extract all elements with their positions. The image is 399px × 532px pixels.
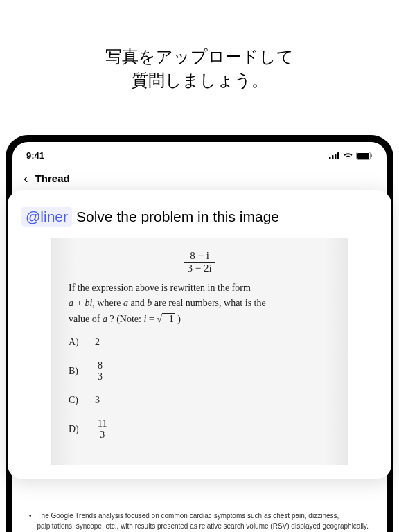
problem-statement: If the expression above is rewritten in … [69, 281, 330, 327]
choice-c: C) 3 [69, 392, 330, 409]
math-formula: 8 − i 3 − 2i [69, 250, 330, 274]
mention-tag[interactable]: @liner [21, 207, 72, 227]
svg-rect-2 [335, 154, 337, 159]
status-indicators [329, 152, 373, 160]
svg-rect-6 [371, 154, 373, 157]
choice-a: A) 2 [69, 334, 330, 351]
answer-choices: A) 2 B) 8 3 C) 3 D) 11 3 [69, 334, 330, 440]
uploaded-image[interactable]: 8 − i 3 − 2i If the expression above is … [51, 238, 348, 465]
battery-icon [356, 152, 373, 160]
nav-title: Thread [35, 172, 70, 184]
svg-rect-0 [329, 157, 331, 159]
bullet-icon: • [29, 511, 32, 531]
choice-d: D) 11 3 [69, 418, 330, 441]
numerator: 8 − i [184, 250, 214, 263]
status-time: 9:41 [26, 150, 44, 161]
back-chevron-icon[interactable]: ‹ [24, 170, 28, 186]
svg-rect-1 [332, 155, 334, 159]
marketing-headline: 写真をアップロードして 質問しましょう。 [0, 0, 399, 119]
prompt-card: @liner Solve the problem in this image 8… [8, 190, 391, 479]
wifi-icon [343, 152, 353, 159]
background-content: • The Google Trends analysis focused on … [29, 511, 370, 531]
choice-b: B) 8 3 [69, 360, 330, 382]
headline-line2: 質問しましょう。 [132, 71, 268, 89]
svg-rect-3 [337, 152, 339, 159]
svg-rect-5 [357, 153, 369, 159]
headline-line1: 写真をアップロードして [105, 47, 294, 66]
prompt-text: Solve the problem in this image [76, 209, 279, 225]
nav-header: ‹ Thread [12, 166, 387, 190]
fraction: 8 − i 3 − 2i [184, 250, 214, 274]
cellular-signal-icon [329, 152, 340, 159]
background-text: The Google Trends analysis focused on co… [37, 511, 370, 531]
denominator: 3 − 2i [184, 263, 214, 274]
status-bar: 9:41 [12, 142, 387, 166]
prompt-line: @liner Solve the problem in this image [21, 207, 378, 227]
